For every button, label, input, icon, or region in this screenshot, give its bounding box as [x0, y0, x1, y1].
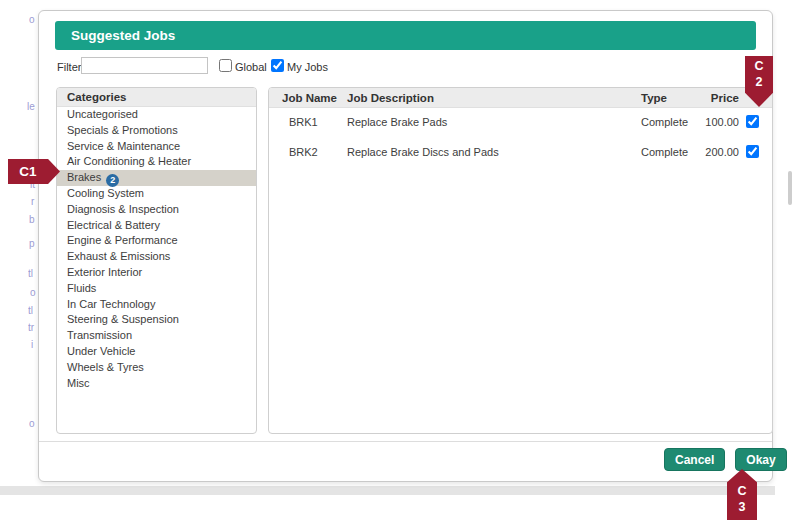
- background-text-fragment: i: [31, 339, 33, 350]
- job-name: BRK2: [289, 146, 318, 158]
- column-type: Type: [641, 92, 667, 104]
- category-item[interactable]: Wheels & Tyres: [57, 360, 256, 376]
- background-text-fragment: b: [29, 214, 35, 225]
- category-item[interactable]: Exhaust & Emissions: [57, 249, 256, 265]
- cancel-button[interactable]: Cancel: [664, 448, 725, 471]
- category-item[interactable]: Diagnosis & Inspection: [57, 202, 256, 218]
- footer-divider: [39, 441, 772, 442]
- background-text-fragment: o: [30, 287, 36, 298]
- category-label: Service & Maintenance: [67, 140, 180, 152]
- dialog-title: Suggested Jobs: [71, 28, 175, 43]
- job-name: BRK1: [289, 116, 318, 128]
- footer-buttons: Cancel Okay: [664, 448, 787, 471]
- background-text-fragment: tl: [28, 268, 33, 279]
- category-item[interactable]: Service & Maintenance: [57, 139, 256, 155]
- annotation-c2-number: 2: [745, 74, 773, 90]
- category-label: Fluids: [67, 282, 96, 294]
- page-scrollbar-fragment[interactable]: [788, 171, 792, 205]
- background-text-fragment: le: [27, 101, 35, 112]
- column-price: Price: [685, 92, 739, 104]
- annotation-c3-letter: C: [727, 483, 757, 499]
- category-label: Exhaust & Emissions: [67, 250, 170, 262]
- category-label: Exterior Interior: [67, 266, 142, 278]
- category-label: Diagnosis & Inspection: [67, 203, 179, 215]
- category-item[interactable]: Uncategorised: [57, 107, 256, 123]
- job-type: Complete: [641, 116, 688, 128]
- column-job-description: Job Description: [347, 92, 434, 104]
- categories-list: Uncategorised Specials & Promotions Serv…: [57, 107, 256, 391]
- background-text-fragment: p: [29, 238, 35, 249]
- category-item[interactable]: Specials & Promotions: [57, 123, 256, 139]
- jobs-panel: Job Name Job Description Type Price BRK1…: [268, 87, 773, 434]
- category-label: Brakes: [67, 171, 101, 183]
- my-jobs-checkbox[interactable]: [271, 59, 284, 72]
- category-label: Specials & Promotions: [67, 124, 178, 136]
- category-item[interactable]: Misc: [57, 376, 256, 392]
- category-label: Steering & Suspension: [67, 313, 179, 325]
- category-item[interactable]: Engine & Performance: [57, 233, 256, 249]
- global-checkbox[interactable]: [219, 59, 232, 72]
- background-text-fragment: o: [29, 14, 35, 25]
- category-label: Electrical & Battery: [67, 219, 160, 231]
- jobs-table-body: BRK1 Replace Brake Pads Complete 100.00 …: [269, 108, 772, 168]
- suggested-jobs-dialog: Suggested Jobs Filter Global My Jobs Cat…: [38, 10, 773, 482]
- category-label: In Car Technology: [67, 298, 155, 310]
- job-price: 100.00: [685, 116, 739, 128]
- categories-panel: Categories Uncategorised Specials & Prom…: [56, 87, 257, 434]
- jobs-table-header: Job Name Job Description Type Price: [269, 88, 772, 108]
- category-label: Transmission: [67, 329, 132, 341]
- background-text-fragment: r: [31, 196, 34, 207]
- category-item[interactable]: Electrical & Battery: [57, 218, 256, 234]
- category-item[interactable]: Exterior Interior: [57, 265, 256, 281]
- category-label: Under Vehicle: [67, 345, 136, 357]
- background-text-fragment: tr: [28, 322, 34, 333]
- job-description: Replace Brake Pads: [347, 116, 447, 128]
- filter-input[interactable]: [81, 57, 208, 74]
- category-item[interactable]: Transmission: [57, 328, 256, 344]
- my-jobs-checkbox-label: My Jobs: [287, 61, 328, 73]
- annotation-c3-number: 3: [727, 499, 757, 515]
- category-label: Cooling System: [67, 187, 144, 199]
- job-price: 200.00: [685, 146, 739, 158]
- category-item[interactable]: Air Conditioning & Heater: [57, 154, 256, 170]
- okay-button[interactable]: Okay: [735, 448, 786, 471]
- category-label: Uncategorised: [67, 108, 138, 120]
- category-item[interactable]: Steering & Suspension: [57, 312, 256, 328]
- category-label: Air Conditioning & Heater: [67, 155, 191, 167]
- background-text-fragment: tl: [28, 305, 33, 316]
- category-item[interactable]: Cooling System: [57, 186, 256, 202]
- category-item[interactable]: Under Vehicle: [57, 344, 256, 360]
- background-text-fragment: o: [29, 418, 35, 429]
- annotation-c1-label: C1: [19, 164, 36, 179]
- job-row[interactable]: BRK1 Replace Brake Pads Complete 100.00: [269, 108, 772, 138]
- page-footer-strip: [0, 486, 775, 495]
- category-label: Wheels & Tyres: [67, 361, 144, 373]
- job-description: Replace Brake Discs and Pads: [347, 146, 499, 158]
- category-label: Misc: [67, 377, 90, 389]
- job-type: Complete: [641, 146, 688, 158]
- annotation-c2-letter: C: [745, 58, 773, 74]
- category-item[interactable]: Fluids: [57, 281, 256, 297]
- category-item[interactable]: Brakes2: [57, 170, 256, 186]
- category-label: Engine & Performance: [67, 234, 178, 246]
- global-checkbox-label: Global: [235, 61, 267, 73]
- job-row[interactable]: BRK2 Replace Brake Discs and Pads Comple…: [269, 138, 772, 168]
- dialog-header: Suggested Jobs: [55, 21, 756, 50]
- job-select-checkbox[interactable]: [746, 145, 759, 158]
- filter-label: Filter: [57, 61, 81, 73]
- category-item[interactable]: In Car Technology: [57, 297, 256, 313]
- categories-header: Categories: [57, 88, 256, 107]
- job-select-checkbox[interactable]: [746, 115, 759, 128]
- column-job-name: Job Name: [282, 92, 337, 104]
